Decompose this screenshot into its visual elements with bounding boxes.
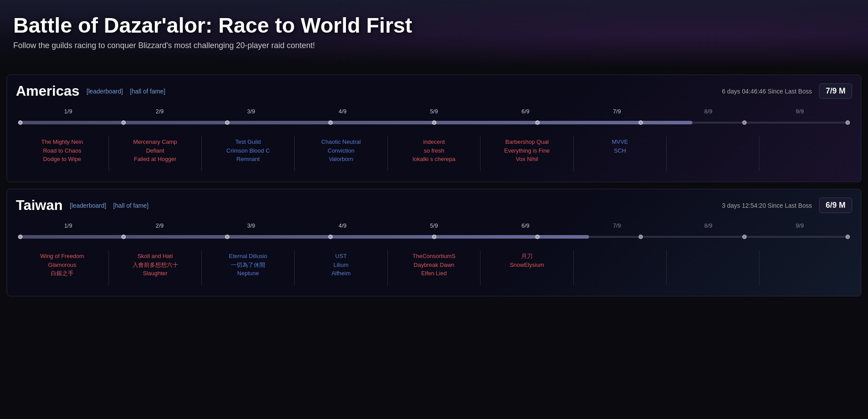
guild-name-2-2[interactable]: Defiant (113, 146, 198, 155)
leaderboard-link-americas[interactable]: [leaderboard] (86, 88, 123, 95)
guild-name-5-2[interactable]: so fresh (391, 146, 477, 155)
guild-name-5-3[interactable]: Elfen Lied (391, 269, 477, 278)
guild-name-8-3 (670, 155, 756, 164)
guild-name-8-2 (670, 146, 756, 155)
track-dot-3 (225, 120, 229, 125)
guild-column-8 (667, 136, 760, 171)
guild-name-5-1[interactable]: indecent (391, 138, 477, 146)
guild-name-5-2[interactable]: Daybreak Dawn (391, 261, 477, 269)
guild-name-8-3 (670, 269, 756, 278)
timeline-label-5: 5/9 (388, 222, 480, 229)
progress-badge-americas: 7/9 M (819, 83, 852, 99)
track-dot-2 (121, 235, 126, 239)
track-dot-1 (18, 235, 23, 239)
leaderboard-link-taiwan[interactable]: [leaderboard] (70, 202, 106, 209)
guild-name-2-2[interactable]: 入會前多想想六十 (113, 261, 198, 269)
track-dot-4 (328, 235, 333, 239)
guild-name-3-1[interactable]: Test Guild (205, 138, 291, 146)
timeline-label-9: 9/9 (754, 222, 845, 229)
track-dot-8 (742, 120, 747, 125)
timeline-label-4: 4/9 (297, 222, 388, 229)
track-dot-9 (845, 120, 850, 125)
guild-column-7: MVVESCH (574, 136, 667, 171)
guild-name-7-2[interactable]: SCH (577, 146, 663, 155)
guild-name-4-3[interactable]: Alfheim (298, 269, 384, 278)
guild-name-6-1[interactable]: Barbershop Qual (484, 138, 570, 146)
guild-name-2-3[interactable]: Failed at Hogger (113, 155, 198, 164)
guild-name-6-3[interactable]: Vox Nihil (484, 155, 570, 164)
guild-name-1-1[interactable]: Wing of Freedom (19, 252, 105, 261)
guild-column-5: indecentso freshlokalki s cherepa (388, 136, 481, 171)
timeline-label-6: 6/9 (480, 108, 571, 115)
guild-name-2-3[interactable]: Slaughter (113, 269, 198, 278)
timeline-label-4: 4/9 (297, 108, 388, 115)
guild-column-5: TheConsortiumSDaybreak DawnElfen Lied (388, 250, 481, 285)
guild-column-4: USTLiliumAlfheim (295, 250, 388, 285)
guild-name-6-3 (484, 269, 570, 278)
guild-name-5-3[interactable]: lokalki s cherepa (391, 155, 477, 164)
timeline-label-2: 2/9 (114, 222, 205, 229)
timeline-label-8: 8/9 (663, 222, 754, 229)
timeline-label-3: 3/9 (205, 108, 297, 115)
guild-column-4: Chaotic NeutralConvictionValorborn (295, 136, 388, 171)
guild-name-2-1[interactable]: Skoll and Hati (113, 252, 198, 261)
timeline-label-5: 5/9 (388, 108, 480, 115)
guild-name-8-1 (670, 138, 756, 146)
guild-name-3-2[interactable]: Crimson Blood C (205, 146, 291, 155)
track-dot-2 (121, 120, 126, 125)
since-last-boss-taiwan: 3 days 12:54:20 Since Last Boss (722, 202, 812, 209)
guild-name-9-2 (763, 261, 849, 269)
guild-name-7-3 (577, 155, 663, 164)
guild-name-3-2[interactable]: 一切為了休閒 (205, 261, 291, 269)
guild-column-2: Mercenary CampDefiantFailed at Hogger (109, 136, 202, 171)
guild-name-1-1[interactable]: The Mighty Nein (19, 138, 105, 146)
guild-column-9 (759, 136, 852, 171)
track-dot-6 (535, 235, 540, 239)
guild-name-1-3[interactable]: Dodge to Wipe (19, 155, 105, 164)
guild-name-7-3 (577, 269, 663, 278)
guild-name-7-1[interactable]: MVVE (577, 138, 663, 146)
guild-name-1-2[interactable]: Road to Chaos (19, 146, 105, 155)
guild-name-4-2[interactable]: Lilium (298, 261, 384, 269)
guild-name-2-1[interactable]: Mercenary Camp (113, 138, 198, 146)
guilds-row-americas: The Mighty NeinRoad to ChaosDodge to Wip… (16, 136, 852, 171)
guild-column-3: Eternal Dillusio一切為了休閒Neptune (202, 250, 295, 285)
guild-name-3-3[interactable]: Neptune (205, 269, 291, 278)
guild-name-9-3 (763, 269, 849, 278)
guild-column-1: The Mighty NeinRoad to ChaosDodge to Wip… (16, 136, 109, 171)
guild-name-6-2[interactable]: SnowElysium (484, 261, 570, 269)
region-name-americas: Americas (16, 83, 79, 99)
track-dot-5 (432, 235, 436, 239)
hall-of-fame-link-taiwan[interactable]: [hall of fame] (113, 202, 149, 209)
track-dot-7 (639, 120, 643, 125)
guild-name-5-1[interactable]: TheConsortiumS (391, 252, 477, 261)
since-last-boss-americas: 6 days 04:46:46 Since Last Boss (722, 88, 812, 95)
guild-column-9 (759, 250, 852, 285)
track-dot-6 (535, 120, 540, 125)
guild-name-4-3[interactable]: Valorborn (298, 155, 384, 164)
guild-name-3-3[interactable]: Remnant (205, 155, 291, 164)
region-header-americas: Americas[leaderboard][hall of fame]6 day… (16, 83, 852, 99)
guild-name-7-2 (577, 261, 663, 269)
guild-name-1-3[interactable]: 白銀之手 (19, 269, 105, 278)
guild-name-1-2[interactable]: Glamorous (19, 261, 105, 269)
guild-name-4-1[interactable]: Chaotic Neutral (298, 138, 384, 146)
guild-name-9-2 (763, 146, 849, 155)
track-dot-1 (18, 120, 23, 125)
timeline-label-3: 3/9 (205, 222, 297, 229)
guild-name-7-1 (577, 252, 663, 261)
guild-name-3-1[interactable]: Eternal Dillusio (205, 252, 291, 261)
guild-name-6-1[interactable]: 月刀 (484, 252, 570, 261)
track-fill-taiwan (20, 235, 589, 239)
guild-name-9-3 (763, 155, 849, 164)
guild-name-4-2[interactable]: Conviction (298, 146, 384, 155)
guild-name-6-2[interactable]: Everything is Fine (484, 146, 570, 155)
timeline-label-7: 7/9 (571, 108, 662, 115)
track-dot-7 (639, 235, 643, 239)
guild-name-4-1[interactable]: UST (298, 252, 384, 261)
guild-column-6: Barbershop QualEverything is FineVox Nih… (481, 136, 574, 171)
hall-of-fame-link-americas[interactable]: [hall of fame] (130, 88, 165, 95)
timeline-label-1: 1/9 (23, 108, 114, 115)
guild-column-7 (574, 250, 667, 285)
timeline-label-6: 6/9 (480, 222, 571, 229)
